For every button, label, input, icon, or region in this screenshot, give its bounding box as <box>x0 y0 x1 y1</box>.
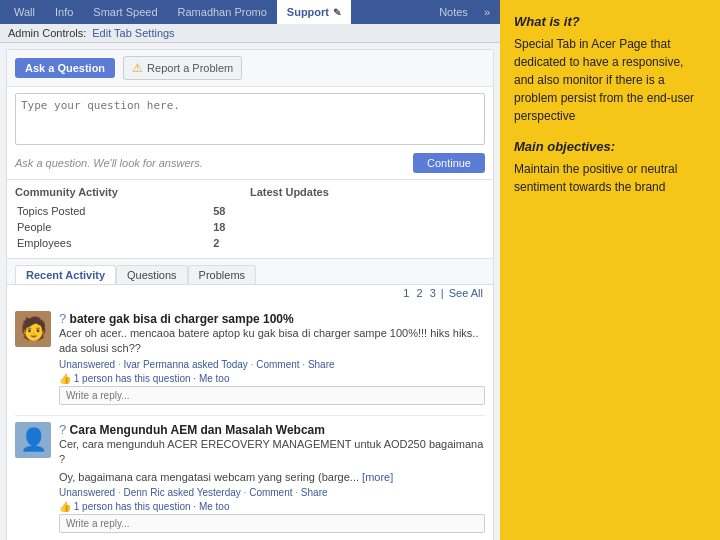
what-is-it-body: Special Tab in Acer Page that dedicated … <box>514 35 706 125</box>
post-text2-2: Oy, bagaimana cara mengatasi webcam yang… <box>59 470 485 485</box>
community-stats-table: Topics Posted 58 People 18 Employees 2 <box>15 202 250 252</box>
table-row: Topics Posted 58 <box>17 204 248 218</box>
more-link-2[interactable]: [more] <box>362 471 393 483</box>
post-likes-2: 👍 1 person has this question · Me too <box>59 501 485 512</box>
post-time-2: asked Yesterday <box>167 487 240 498</box>
tab-questions[interactable]: Questions <box>116 265 188 284</box>
community-stats-col: Community Activity Topics Posted 58 Peop… <box>15 186 250 252</box>
main-objectives-section: Main objectives: Maintain the positive o… <box>514 139 706 196</box>
post-author-2[interactable]: Denn Ric <box>124 487 165 498</box>
post-reply-input-2[interactable] <box>59 514 485 533</box>
main-objectives-body: Maintain the positive or neutral sentime… <box>514 160 706 196</box>
avatar-1: 🧑 <box>15 311 51 347</box>
table-row: Employees 2 <box>17 236 248 250</box>
post-like-count-1: 1 person has this question <box>74 373 191 384</box>
post-comment-2[interactable]: Comment <box>249 487 292 498</box>
posts-area: 🧑 ? batere gak bisa di charger sampe 100… <box>7 301 493 540</box>
post-comment-1[interactable]: Comment <box>256 359 299 370</box>
right-panel: What is it? Special Tab in Acer Page tha… <box>500 0 720 540</box>
tab-recent-activity[interactable]: Recent Activity <box>15 265 116 284</box>
tab-bar: Wall Info Smart Speed Ramadhan Promo Sup… <box>0 0 500 24</box>
question-footer: Ask a question. We'll look for answers. … <box>15 153 485 173</box>
tab-ramadhan-promo[interactable]: Ramadhan Promo <box>168 0 277 24</box>
community-section: Community Activity Topics Posted 58 Peop… <box>7 180 493 259</box>
report-problem-button[interactable]: ⚠ Report a Problem <box>123 56 242 80</box>
stat-label-people: People <box>17 220 211 234</box>
post-share-1[interactable]: Share <box>308 359 335 370</box>
tab-wall[interactable]: Wall <box>4 0 45 24</box>
admin-bar: Admin Controls: Edit Tab Settings <box>0 24 500 43</box>
post-like-count-2: 1 person has this question <box>74 501 191 512</box>
tab-smart-speed[interactable]: Smart Speed <box>83 0 167 24</box>
post-reply-input-1[interactable] <box>59 386 485 405</box>
post-icon-1: ? <box>59 312 70 326</box>
page-1-link[interactable]: 1 <box>403 287 409 299</box>
post-share-2[interactable]: Share <box>301 487 328 498</box>
post-1: 🧑 ? batere gak bisa di charger sampe 100… <box>15 305 485 405</box>
activity-tabs: Recent Activity Questions Problems <box>7 259 493 285</box>
stat-value-employees: 2 <box>213 236 248 250</box>
action-bar: Ask a Question ⚠ Report a Problem <box>7 50 493 87</box>
post-author-1[interactable]: Ivar Permanna <box>124 359 190 370</box>
post-text-1: Acer oh acer.. mencaoa batere aptop ku g… <box>59 326 485 357</box>
post-body-2: ? Cara Mengunduh AEM dan Masalah Webcam … <box>59 422 485 533</box>
tab-notes[interactable]: Notes <box>429 0 478 24</box>
post-status-2: Unanswered <box>59 487 115 498</box>
main-content: Ask a Question ⚠ Report a Problem Ask a … <box>6 49 494 540</box>
page-3-link[interactable]: 3 <box>430 287 436 299</box>
pagination: 1 2 3 | See All <box>7 285 493 301</box>
post-metoo-1[interactable]: Me too <box>199 373 230 384</box>
what-is-it-section: What is it? Special Tab in Acer Page tha… <box>514 14 706 125</box>
post-2: 👤 ? Cara Mengunduh AEM dan Masalah Webca… <box>15 415 485 533</box>
avatar-2: 👤 <box>15 422 51 458</box>
continue-button[interactable]: Continue <box>413 153 485 173</box>
post-likes-1: 👍 1 person has this question · Me too <box>59 373 485 384</box>
post-time-1: asked Today <box>192 359 248 370</box>
latest-updates-col: Latest Updates <box>250 186 485 252</box>
post-metoo-2[interactable]: Me too <box>199 501 230 512</box>
page-2-link[interactable]: 2 <box>416 287 422 299</box>
stat-label-topics: Topics Posted <box>17 204 211 218</box>
post-title-2: Cara Mengunduh AEM dan Masalah Webcam <box>70 423 325 437</box>
what-is-it-heading: What is it? <box>514 14 706 29</box>
tab-support[interactable]: Support ✎ <box>277 0 351 24</box>
question-textarea[interactable] <box>15 93 485 145</box>
left-panel: Wall Info Smart Speed Ramadhan Promo Sup… <box>0 0 500 540</box>
post-icon-2: ? <box>59 423 70 437</box>
question-area: Ask a question. We'll look for answers. … <box>7 87 493 180</box>
tab-more-icon[interactable]: » <box>478 6 496 18</box>
warning-icon: ⚠ <box>132 61 143 75</box>
latest-updates-title: Latest Updates <box>250 186 485 198</box>
admin-label: Admin Controls: <box>8 27 86 39</box>
post-meta-2: Unanswered · Denn Ric asked Yesterday · … <box>59 487 485 498</box>
stat-value-topics: 58 <box>213 204 248 218</box>
edit-tab-icon: ✎ <box>333 7 341 18</box>
post-text-2: Cer, cara mengunduh ACER ERECOVERY MANAG… <box>59 437 485 468</box>
tab-info[interactable]: Info <box>45 0 83 24</box>
stat-value-people: 18 <box>213 220 248 234</box>
post-title-1: batere gak bisa di charger sampe 100% <box>70 312 294 326</box>
post-status-1: Unanswered <box>59 359 115 370</box>
community-title: Community Activity <box>15 186 250 198</box>
community-row: Community Activity Topics Posted 58 Peop… <box>15 186 485 252</box>
post-meta-1: Unanswered · Ivar Permanna asked Today ·… <box>59 359 485 370</box>
main-objectives-heading: Main objectives: <box>514 139 706 154</box>
post-body-1: ? batere gak bisa di charger sampe 100% … <box>59 311 485 405</box>
table-row: People 18 <box>17 220 248 234</box>
question-helper-text: Ask a question. We'll look for answers. <box>15 157 203 169</box>
see-all-link[interactable]: See All <box>449 287 483 299</box>
edit-tab-settings-link[interactable]: Edit Tab Settings <box>92 27 174 39</box>
stat-label-employees: Employees <box>17 236 211 250</box>
ask-question-button[interactable]: Ask a Question <box>15 58 115 78</box>
tab-problems[interactable]: Problems <box>188 265 256 284</box>
